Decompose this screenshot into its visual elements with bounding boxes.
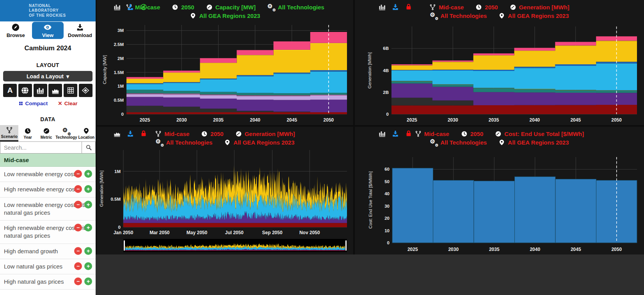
scenario-item[interactable]: High renewable energy cost − +: [0, 182, 96, 197]
clock-icon: [201, 131, 208, 137]
metric-chip[interactable]: Capacity [MW]: [206, 4, 256, 11]
tab-view[interactable]: View: [32, 22, 63, 39]
lock-icon[interactable]: [405, 130, 413, 138]
tab-metric-label: Metric: [41, 135, 52, 140]
range-selector-minimap[interactable]: [123, 239, 347, 252]
cost-chart[interactable]: 0102030405060Cost: End Use Total [$/MWh]…: [355, 147, 644, 254]
metric-chip[interactable]: Generation [MWh]: [510, 4, 569, 11]
scenario-search: [0, 141, 96, 154]
remove-scenario-button[interactable]: −: [74, 201, 82, 208]
map-panel-button[interactable]: [18, 84, 32, 97]
technology-chip[interactable]: ⚙⚙All Technologies: [430, 12, 487, 19]
tab-technology[interactable]: ⚙⚙ Technology: [55, 125, 77, 141]
letter-a-icon: A: [7, 86, 13, 95]
add-scenario-button[interactable]: +: [84, 224, 92, 231]
text-panel-button[interactable]: A: [3, 84, 17, 97]
add-scenario-button[interactable]: +: [84, 262, 92, 270]
area-chart-icon[interactable]: [113, 130, 121, 138]
svg-text:2040: 2040: [530, 247, 540, 252]
scenario-viewer-app: NATIONAL LABORATORY OF THE ROCKIES Brows…: [0, 0, 644, 295]
clear-button[interactable]: ✕ Clear: [58, 100, 77, 106]
svg-text:1M: 1M: [114, 169, 121, 174]
scenario-item[interactable]: High renewable energy cost with natural …: [0, 221, 96, 244]
layout-heading: LAYOUT: [0, 62, 96, 68]
tab-year-label: Year: [24, 135, 32, 140]
location-chip[interactable]: All GEA Regions 2023: [224, 139, 294, 146]
bar-chart-panel-button[interactable]: [34, 84, 47, 97]
year-chip[interactable]: 2050: [172, 4, 194, 11]
svg-text:2025: 2025: [407, 117, 417, 123]
lock-icon[interactable]: [405, 3, 413, 11]
svg-text:0: 0: [118, 225, 121, 230]
generation-chart[interactable]: 02B4B6BGeneration [MWh]20252030203520402…: [355, 20, 644, 125]
mode-tabs: Browse View Download: [0, 21, 96, 39]
hourly-generation-chart[interactable]: 00.5M1MGeneration [MWh]Jan 2050Mar 2050M…: [97, 147, 353, 237]
tab-browse[interactable]: Browse: [0, 21, 31, 39]
download-icon[interactable]: [391, 3, 399, 11]
svg-text:Sep 2050: Sep 2050: [262, 230, 283, 235]
lock-icon[interactable]: [140, 130, 148, 138]
technology-chip[interactable]: ⚙⚙All Technologies: [267, 4, 324, 11]
remove-scenario-button[interactable]: −: [74, 262, 82, 270]
scenario-chip[interactable]: Mid-case: [429, 4, 464, 11]
svg-text:Generation [MWh]: Generation [MWh]: [367, 52, 372, 88]
search-input[interactable]: [0, 141, 82, 154]
scenario-item[interactable]: Low renewable energy cost with natural g…: [0, 198, 96, 221]
scenario-item[interactable]: Low natural gas prices − +: [0, 259, 96, 274]
tab-technology-label: Technology: [55, 135, 77, 140]
location-chip[interactable]: All GEA Regions 2023: [498, 139, 569, 146]
panel-grid: Mid-case 2050 Capacity [MW] ⚙⚙All Techno…: [96, 0, 644, 254]
tab-location[interactable]: Location: [77, 125, 96, 141]
grid-panel-button[interactable]: [64, 84, 77, 97]
add-scenario-button[interactable]: +: [84, 247, 92, 255]
bar-chart-icon[interactable]: [378, 3, 386, 11]
load-layout-button[interactable]: Load a Layout ▾: [3, 71, 93, 81]
capacity-chart[interactable]: 00.5M1M1.5M2M2.5M3MCapacity [MW]20252030…: [97, 20, 353, 125]
download-icon[interactable]: [126, 3, 134, 11]
add-scenario-button[interactable]: +: [84, 201, 92, 208]
gauge-icon: [43, 127, 50, 134]
scenario-item[interactable]: High natural gas prices − +: [0, 274, 96, 290]
year-chip[interactable]: 2050: [201, 131, 223, 137]
download-icon[interactable]: [391, 130, 399, 138]
compact-label: Compact: [25, 101, 48, 106]
unlocked-target-icon[interactable]: [140, 3, 148, 11]
gears-icon: ⚙⚙: [430, 12, 438, 19]
area-chart-panel-button[interactable]: [48, 84, 62, 97]
year-chip[interactable]: 2050: [475, 4, 498, 11]
remove-scenario-button[interactable]: −: [74, 170, 82, 178]
tab-year[interactable]: Year: [18, 125, 37, 141]
tab-metric[interactable]: Metric: [37, 125, 55, 141]
search-button[interactable]: [82, 141, 96, 154]
tab-scenario[interactable]: Scenario: [0, 125, 18, 141]
metric-chip[interactable]: Generation [MWh]: [235, 131, 295, 137]
svg-text:2M: 2M: [117, 56, 124, 61]
sidebar: NATIONAL LABORATORY OF THE ROCKIES Brows…: [0, 0, 96, 295]
bar-chart-icon[interactable]: [113, 3, 121, 11]
year-chip[interactable]: 2050: [461, 131, 483, 137]
remove-scenario-button[interactable]: −: [74, 224, 82, 231]
add-scenario-button[interactable]: +: [84, 170, 92, 178]
technology-chip[interactable]: ⚙⚙All Technologies: [155, 139, 212, 146]
scenario-item[interactable]: High demand growth − +: [0, 244, 96, 259]
technology-chip[interactable]: ⚙⚙All Technologies: [430, 139, 487, 146]
generation-panel: Mid-case 2050 Generation [MWh] ⚙⚙All Tec…: [355, 0, 644, 125]
remove-scenario-button[interactable]: −: [74, 277, 82, 285]
scenario-item-selected[interactable]: Mid-case: [0, 154, 96, 167]
bar-chart-icon[interactable]: [378, 130, 386, 138]
location-chip[interactable]: All GEA Regions 2023: [190, 12, 260, 19]
scenario-chip[interactable]: Mid-case: [155, 131, 189, 137]
scenario-item[interactable]: Low renewable energy cost − +: [0, 167, 96, 182]
add-scenario-button[interactable]: +: [84, 277, 92, 285]
panel-toolbar: [113, 3, 148, 11]
compact-button[interactable]: Compact: [18, 100, 48, 106]
download-icon[interactable]: [126, 130, 134, 138]
data-tabs: Scenario Year Metric ⚙⚙ Technology Locat…: [0, 125, 96, 141]
area-chart-icon: [51, 86, 60, 95]
scenario-chip[interactable]: Mid-case: [415, 131, 449, 137]
location-chip[interactable]: All GEA Regions 2023: [498, 12, 569, 19]
tab-download[interactable]: Download: [64, 21, 96, 39]
metric-chip[interactable]: Cost: End Use Total [$/MWh]: [495, 131, 584, 137]
layers-panel-button[interactable]: [79, 84, 93, 97]
remove-scenario-button[interactable]: −: [74, 247, 82, 255]
